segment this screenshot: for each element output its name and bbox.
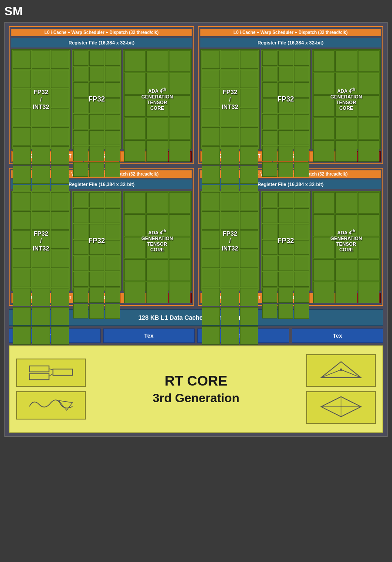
- cell: [221, 51, 239, 69]
- cell: [51, 250, 69, 268]
- cell: [89, 208, 105, 223]
- cell: [169, 95, 190, 117]
- cell: [13, 307, 31, 325]
- cell: [262, 256, 277, 271]
- cell: [262, 98, 277, 114]
- cell: [278, 162, 294, 177]
- cell: [313, 140, 335, 162]
- cell: [221, 146, 239, 165]
- cell: [240, 269, 258, 287]
- cell: [73, 208, 88, 223]
- cell: [294, 208, 309, 223]
- sm-block: L0 i-Cache + Warp Scheduler + Dispatch (…: [4, 22, 388, 437]
- fp32-section-q1: FP32: [72, 49, 122, 149]
- compute-wrapper-q4: FP32/INT32 FP32: [200, 191, 381, 291]
- cell: [51, 146, 69, 165]
- cell: [313, 118, 335, 139]
- cell: [358, 51, 379, 72]
- cell: [89, 162, 105, 177]
- cell: [51, 70, 69, 88]
- cell: [169, 259, 190, 281]
- cell: [294, 82, 309, 98]
- cell: [32, 127, 50, 146]
- cell: [13, 51, 31, 69]
- cell: [51, 89, 69, 107]
- rt-diagram-svg-1: [20, 362, 82, 382]
- cell: [73, 162, 88, 177]
- cell: [73, 240, 88, 255]
- cell: [105, 288, 120, 303]
- cell: [262, 146, 277, 161]
- cell: [124, 95, 145, 117]
- cell: [313, 95, 335, 117]
- rt-diagram-svg-4: [310, 395, 372, 419]
- cell: [13, 146, 31, 165]
- cell: [335, 214, 357, 236]
- cell: [51, 326, 69, 345]
- cell: [313, 259, 335, 281]
- rt-diagram-box-4: [306, 391, 376, 424]
- cell: [32, 146, 50, 165]
- svg-line-3: [49, 369, 53, 370]
- fp32-int32-section-q3: FP32/INT32: [11, 191, 71, 291]
- cell: [105, 51, 120, 66]
- cell: [146, 214, 168, 236]
- cell: [335, 51, 357, 72]
- cell: [51, 51, 69, 69]
- cell: [51, 269, 69, 287]
- cell: [221, 269, 239, 287]
- sm-container: SM L0 i-Cache + Warp Scheduler + Dispatc…: [4, 4, 388, 437]
- svg-line-14: [351, 402, 361, 407]
- cell: [32, 326, 50, 345]
- cell: [262, 51, 277, 66]
- cell: [89, 67, 105, 82]
- cell: [202, 307, 220, 325]
- cell: [202, 230, 220, 249]
- cell: [278, 130, 294, 146]
- cell: [105, 240, 120, 255]
- cell: [294, 98, 309, 114]
- cell: [335, 259, 357, 281]
- cell: [294, 162, 309, 177]
- svg-line-8: [341, 370, 361, 378]
- cell: [202, 326, 220, 345]
- cell: [202, 146, 220, 165]
- cell: [169, 140, 190, 162]
- cell: [294, 240, 309, 255]
- cell: [105, 304, 120, 319]
- cell: [89, 304, 105, 319]
- svg-marker-5: [59, 401, 73, 411]
- cell: [105, 224, 120, 239]
- svg-line-13: [341, 397, 351, 402]
- rt-diagram-right: [306, 354, 376, 424]
- rt-diagram-box-3: [306, 354, 376, 387]
- cell: [32, 250, 50, 268]
- cell: [89, 114, 105, 129]
- cell: [278, 272, 294, 287]
- cell: [124, 214, 145, 236]
- cell: [240, 108, 258, 126]
- cell: [278, 288, 294, 303]
- cell: [240, 70, 258, 88]
- rt-diagram-box-2: [16, 391, 86, 420]
- fp32-int32-section-q2: FP32/INT32: [200, 49, 260, 149]
- fp32-section-q4: FP32: [261, 191, 311, 291]
- cell: [278, 224, 294, 239]
- cell: [262, 288, 277, 303]
- cell: [240, 146, 258, 165]
- cell: [89, 240, 105, 255]
- cell: [294, 256, 309, 271]
- cell: [335, 192, 357, 213]
- fp32-int32-section-q4: FP32/INT32: [200, 191, 260, 291]
- cell: [313, 214, 335, 236]
- cell: [146, 282, 168, 303]
- cell: [262, 240, 277, 255]
- cell: [169, 282, 190, 303]
- cell: [105, 114, 120, 129]
- cell: [240, 230, 258, 249]
- cell: [73, 192, 88, 207]
- cell: [278, 240, 294, 255]
- cell: [73, 304, 88, 319]
- cell: [32, 108, 50, 126]
- cell: [240, 250, 258, 268]
